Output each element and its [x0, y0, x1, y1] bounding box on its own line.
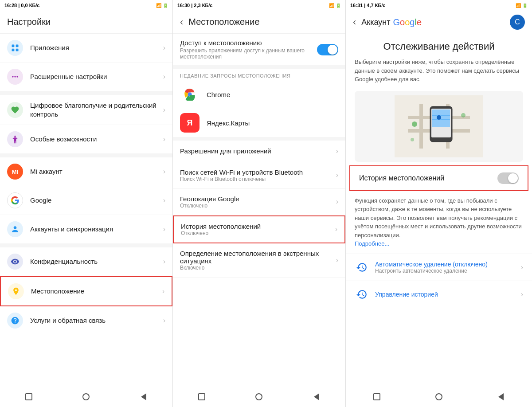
app-item-chrome[interactable]: Chrome	[173, 80, 345, 109]
google-chevron: ›	[163, 196, 165, 204]
panel-google-account: 16:31 | 4,7 КБ/с 📶 🔋 ‹ Аккаунт G o o g l…	[346, 0, 532, 407]
emergency-subtitle: Включено	[180, 265, 336, 271]
nav-home-2[interactable]	[250, 390, 268, 403]
status-icons-2: 📶 🔋	[329, 3, 341, 8]
divider-3	[0, 244, 172, 247]
location-chevron: ›	[162, 287, 164, 295]
signal-icon-3: 📶	[516, 3, 521, 8]
location-access-desc: Разрешить приложениям доступ к данным ва…	[180, 47, 317, 60]
privacy-chevron: ›	[163, 258, 165, 266]
action-item-history-manage[interactable]: Управление историей ›	[346, 281, 532, 308]
settings-item-location[interactable]: Местоположение ›	[0, 276, 172, 306]
advanced-chevron: ›	[163, 73, 165, 81]
nav-square-2[interactable]	[193, 390, 211, 403]
status-bar-1: 16:28 | 0,0 КБ/с 📶 🔋	[0, 0, 172, 11]
svg-rect-2	[12, 49, 15, 51]
digital-chevron: ›	[163, 106, 165, 114]
settings-item-advanced[interactable]: Расширенные настройки ›	[0, 63, 172, 91]
loc-item-history[interactable]: История местоположений Отключено ›	[173, 215, 345, 243]
apps-label: Приложения	[30, 43, 163, 52]
user-avatar[interactable]: С	[510, 15, 525, 30]
time-3: 16:31 | 4,7 КБ/с	[350, 3, 385, 8]
autodelete-chevron: ›	[521, 263, 523, 271]
svg-point-5	[12, 76, 13, 77]
settings-item-google[interactable]: Google ›	[0, 186, 172, 215]
e-letter: e	[417, 17, 422, 27]
emergency-label: Определение местоположения в экстренных …	[180, 250, 336, 265]
account-label: Аккаунт	[361, 18, 390, 27]
google-label: Google	[30, 196, 163, 205]
settings-item-accessibility[interactable]: Особые возможности ›	[0, 125, 172, 154]
signal-icon-1: 📶	[156, 3, 161, 8]
autodelete-icon	[355, 260, 369, 274]
loc-item-emergency[interactable]: Определение местоположения в экстренных …	[173, 243, 345, 278]
yandex-app-name: Яндекс.Карты	[207, 119, 250, 127]
nav-back-2[interactable]	[308, 390, 325, 403]
location-title: Местоположение	[188, 17, 259, 27]
nav-back-1[interactable]	[135, 390, 153, 403]
svg-point-20	[412, 121, 417, 127]
battery-icon-3: 🔋	[522, 3, 528, 8]
accounts-chevron: ›	[163, 225, 165, 233]
settings-item-services[interactable]: Услуги и обратная связь ›	[0, 306, 172, 335]
google-back-btn[interactable]: ‹	[353, 16, 356, 28]
info-link[interactable]: Подробнее...	[355, 239, 523, 248]
mi-chevron: ›	[163, 168, 165, 176]
advanced-icon	[7, 69, 23, 85]
settings-item-accounts[interactable]: Аккаунты и синхронизация ›	[0, 215, 172, 244]
divider-2	[0, 154, 172, 157]
settings-item-privacy[interactable]: Конфиденциальность ›	[0, 247, 172, 276]
autodelete-text: Автоматическое удаление (отключено) Наст…	[375, 261, 521, 274]
app-item-yandex[interactable]: Я Яндекс.Карты	[173, 109, 345, 137]
settings-item-mi[interactable]: MI Mi аккаунт ›	[0, 157, 172, 186]
svg-point-6	[16, 76, 18, 77]
accessibility-icon	[7, 131, 23, 147]
recent-requests-label: НЕДАВНИЕ ЗАПРОСЫ МЕСТОПОЛОЖЕНИЯ	[173, 69, 345, 80]
privacy-label: Конфиденциальность	[30, 257, 163, 266]
svg-point-19	[437, 115, 441, 120]
geo-subtitle: Отключено	[180, 203, 336, 209]
nav-square-3[interactable]	[368, 390, 386, 403]
accounts-label: Аккаунты и синхронизация	[30, 225, 163, 234]
history-location-box: История местоположений	[349, 165, 528, 191]
location-access-text: Доступ к местоположению Разрешить прилож…	[180, 39, 317, 60]
nav-home-3[interactable]	[430, 390, 448, 403]
privacy-icon	[7, 254, 23, 270]
time-2: 16:30 | 2,3 КБ/с	[177, 3, 212, 8]
nav-home-1[interactable]	[77, 390, 95, 403]
settings-item-digital[interactable]: Цифровое благополучие и родительский кон…	[0, 95, 172, 125]
nav-back-3[interactable]	[492, 390, 510, 403]
g-letter: G	[393, 17, 400, 27]
settings-item-apps[interactable]: Приложения ›	[0, 34, 172, 63]
location-content: Доступ к местоположению Разрешить прилож…	[173, 34, 345, 386]
battery-icon-1: 🔋	[163, 3, 168, 8]
yandex-app-icon: Я	[180, 113, 200, 133]
nav-square-1[interactable]	[20, 390, 38, 403]
wifi-label: Поиск сетей Wi-Fi и устройств Bluetooth	[180, 168, 336, 176]
svg-rect-1	[16, 45, 19, 47]
mi-icon: MI	[7, 164, 23, 180]
wifi-subtitle: Поиск Wi-Fi и Bluetooth отключены	[180, 176, 336, 182]
g2-letter: g	[410, 17, 415, 27]
loc-item-geo[interactable]: Геолокация Google Отключено ›	[173, 189, 345, 215]
panel-location: 16:30 | 2,3 КБ/с 📶 🔋 ‹ Местоположение До…	[173, 0, 346, 407]
activity-section: Отслеживание действий Выберите настройки…	[346, 34, 532, 87]
status-icons-1: 📶 🔋	[156, 3, 168, 8]
activity-desc: Выберите настройки ниже, чтобы сохранять…	[355, 58, 523, 84]
status-bar-2: 16:30 | 2,3 КБ/с 📶 🔋	[173, 0, 345, 11]
action-item-autodelete[interactable]: Автоматическое удаление (отключено) Наст…	[346, 254, 532, 281]
settings-list: Приложения › Расширенные настройки › Циф…	[0, 34, 172, 386]
apps-icon	[7, 40, 23, 56]
signal-icon-2: 📶	[329, 3, 334, 8]
loc-item-wifi[interactable]: Поиск сетей Wi-Fi и устройств Bluetooth …	[173, 162, 345, 189]
location-back-btn[interactable]: ‹	[180, 16, 183, 28]
autodelete-subtitle: Настроить автоматическое удаление	[375, 268, 521, 274]
activity-title: Отслеживание действий	[355, 41, 523, 52]
google-icon	[7, 192, 23, 208]
history-manage-icon	[355, 287, 369, 301]
location-header: ‹ Местоположение	[173, 11, 345, 34]
history-location-toggle[interactable]	[497, 172, 519, 184]
location-access-toggle[interactable]	[317, 44, 338, 55]
svg-point-22	[411, 138, 414, 141]
loc-item-permissions[interactable]: Разрешения для приложений ›	[173, 141, 345, 162]
